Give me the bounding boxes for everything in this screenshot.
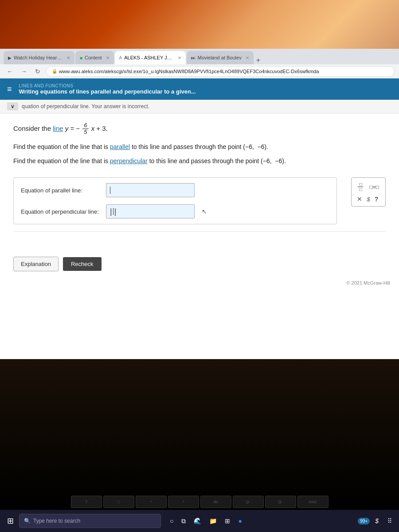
tab-holiday-heart[interactable]: ▶ Watch Holiday Heart (2000) Full ✕: [4, 51, 74, 64]
category-label: LINES AND FUNCTIONS: [19, 83, 196, 88]
key-1[interactable]: ?: [71, 496, 102, 508]
url-text: www-awu.aleks.com/alekscgi/x/lsl.exe/1o_…: [59, 69, 319, 74]
line-link[interactable]: line: [53, 125, 63, 132]
parallel-link[interactable]: parallel: [110, 143, 130, 150]
reload-button[interactable]: ↻: [33, 67, 43, 76]
parallel-input[interactable]: [106, 183, 195, 197]
taskbar: ⊞ 🔍 Type here to search ○ ⧉ 🌊 📁 ⊞ ● 99+ …: [0, 510, 399, 532]
keyboard-row: ? □ * * do Q- Q- misc: [71, 496, 329, 508]
browser-tabs: ▶ Watch Holiday Heart (2000) Full ✕ ■ Co…: [0, 49, 399, 64]
close-math-button[interactable]: ✕: [357, 196, 362, 203]
breadcrumb: LINES AND FUNCTIONS Writing equations of…: [19, 83, 196, 95]
folder-button[interactable]: 📁: [206, 513, 220, 529]
tab-close-icon[interactable]: ✕: [178, 55, 181, 60]
address-field[interactable]: 🔒 www-awu.aleks.com/alekscgi/x/lsl.exe/1…: [46, 66, 395, 77]
mouse-cursor-icon: ↖: [202, 208, 207, 215]
desk-area: ? □ * * do Q- Q- misc: [0, 359, 399, 510]
cursor2: [113, 208, 113, 215]
taskbar-center: ○ ⧉ 🌊 📁 ⊞ ●: [166, 513, 246, 529]
math-toolbar: □ □ □=□ ✕ $ ?: [351, 177, 386, 207]
equals-icon: □=□: [369, 184, 379, 190]
dollar-button[interactable]: $: [367, 196, 370, 203]
search-text: Type here to search: [33, 518, 80, 524]
start-button[interactable]: ⊞: [4, 514, 17, 528]
notification-badge: 99+: [358, 518, 370, 524]
key-3[interactable]: *: [136, 496, 167, 508]
tab-label: Movieland at Boulev: [198, 55, 242, 60]
hamburger-icon[interactable]: ≡: [7, 85, 12, 94]
answer-section: Equation of parallel line: Equation of p…: [13, 177, 337, 224]
divider: [13, 231, 386, 232]
content-icon: ■: [80, 55, 82, 60]
tab-close-icon[interactable]: ✕: [66, 55, 70, 60]
tab-close-icon[interactable]: ✕: [246, 55, 249, 60]
fraction-button[interactable]: □ □: [357, 181, 364, 193]
tab-label: Watch Holiday Heart (2000) Full: [14, 55, 63, 60]
parallel-label: Equation of parallel line:: [21, 187, 101, 194]
back-button[interactable]: ←: [4, 67, 15, 76]
task-view-button[interactable]: ⧉: [178, 513, 189, 529]
key-2[interactable]: □: [103, 496, 134, 508]
problem-area: Consider the line y = − 6 5 x + 3. Find …: [0, 113, 399, 177]
expand-button[interactable]: ∨: [7, 102, 18, 110]
bracket-right: |: [114, 207, 117, 216]
fraction-icon: □ □: [358, 182, 363, 192]
copyright-text: © 2021 McGraw-Hill: [0, 280, 399, 286]
page-title: Writing equations of lines parallel and …: [19, 88, 196, 95]
key-4[interactable]: *: [168, 496, 199, 508]
apps-button[interactable]: ⊞: [221, 513, 234, 529]
notification-bar: ∨ quation of perpendicular line. Your an…: [0, 100, 399, 113]
key-7[interactable]: Q-: [265, 496, 296, 508]
edge-button[interactable]: 🌊: [190, 513, 205, 529]
taskbar-grid-button[interactable]: ⠿: [384, 513, 395, 529]
cursor: [110, 187, 110, 194]
tab-label: Content: [85, 55, 102, 60]
question-perpendicular: Find the equation of the line that is pe…: [13, 156, 386, 166]
notification-text: quation of perpendicular line. Your answ…: [22, 103, 149, 110]
key-6[interactable]: Q-: [233, 496, 264, 508]
perpendicular-link[interactable]: perpendicular: [110, 157, 148, 164]
perpendicular-label: Equation of perpendicular line:: [21, 208, 101, 215]
forward-button[interactable]: →: [19, 67, 29, 76]
taskbar-right: 99+ $ ⠿: [358, 513, 395, 529]
help-button[interactable]: ?: [375, 196, 379, 203]
bottom-buttons: Explanation Recheck: [0, 250, 399, 278]
bracket-left: |: [110, 207, 112, 216]
address-bar: ← → ↻ 🔒 www-awu.aleks.com/alekscgi/x/lsl…: [0, 64, 399, 78]
perpendicular-row: Equation of perpendicular line: | | ↖: [21, 204, 329, 219]
taskbar-search[interactable]: 🔍 Type here to search: [19, 514, 161, 528]
key-8[interactable]: misc: [297, 496, 329, 508]
toolbar-row-2: ✕ $ ?: [357, 196, 380, 203]
equals-button[interactable]: □=□: [368, 183, 380, 191]
perpendicular-input[interactable]: | |: [106, 204, 195, 219]
tab-aleks[interactable]: A ALEKS - ASHLEY JOHNSON - Lea ✕: [115, 51, 186, 64]
parallel-row: Equation of parallel line:: [21, 183, 329, 197]
tab-label: ALEKS - ASHLEY JOHNSON - Lea: [124, 55, 173, 60]
explanation-button[interactable]: Explanation: [13, 257, 59, 271]
new-tab-button[interactable]: +: [254, 56, 262, 64]
problem-intro: Consider the line y = − 6 5 x + 3.: [13, 122, 386, 136]
tab-close-icon[interactable]: ✕: [106, 55, 110, 60]
aleks-icon: A: [119, 55, 122, 60]
taskbar-dollar-button[interactable]: $: [372, 513, 382, 529]
recheck-button[interactable]: Recheck: [63, 257, 102, 271]
movieland-icon: ⏭: [191, 55, 196, 60]
search-icon: 🔍: [24, 518, 31, 524]
tab-content[interactable]: ■ Content ✕: [75, 51, 114, 64]
aleks-header: ≡ LINES AND FUNCTIONS Writing equations …: [0, 78, 399, 100]
lock-icon: 🔒: [52, 69, 57, 74]
key-5[interactable]: do: [200, 496, 231, 508]
chrome-button[interactable]: ●: [235, 513, 245, 529]
toolbar-row-1: □ □ □=□: [357, 181, 380, 193]
cortana-button[interactable]: ○: [166, 513, 177, 529]
tab-movieland[interactable]: ⏭ Movieland at Boulev ✕: [187, 51, 254, 64]
video-icon: ▶: [8, 55, 12, 60]
question-parallel: Find the equation of the line that is pa…: [13, 142, 386, 152]
